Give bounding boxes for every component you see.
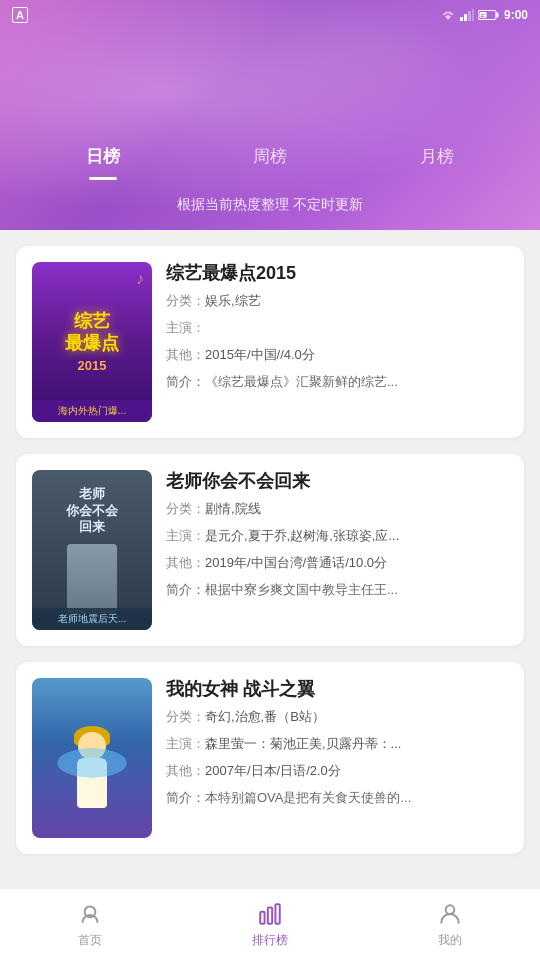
card-other-2: 其他：2019年/中国台湾/普通话/10.0分: [166, 553, 508, 574]
category-value-3: 奇幻,治愈,番（B站）: [205, 709, 325, 724]
cast-value-3: 森里萤一：菊池正美,贝露丹蒂：...: [205, 736, 401, 751]
thumb-year-1: 2015: [78, 358, 107, 373]
card-category-2: 分类：剧情,院线: [166, 499, 508, 520]
cast-label-2: 主演：: [166, 528, 205, 543]
wifi-icon: [440, 9, 456, 21]
card-category-1: 分类：娱乐,综艺: [166, 291, 508, 312]
category-label-3: 分类：: [166, 709, 205, 724]
other-value-1: 2015年/中国//4.0分: [205, 347, 315, 362]
battery-icon: F: [478, 9, 500, 21]
content-area: ♪ 综艺最爆点 2015 海内外热门爆... 综艺最爆点2015 分类：娱乐,综…: [0, 230, 540, 950]
nav-item-home[interactable]: 首页: [0, 889, 180, 960]
svg-rect-10: [268, 908, 272, 924]
time-display: 9:00: [504, 8, 528, 22]
card-title-1: 综艺最爆点2015: [166, 262, 508, 285]
desc-label-2: 简介：: [166, 582, 205, 597]
nav-label-ranking: 排行榜: [252, 932, 288, 949]
card-cast-2: 主演：是元介,夏于乔,赵树海,张琼姿,应...: [166, 526, 508, 547]
card-info-2: 老师你会不会回来 分类：剧情,院线 主演：是元介,夏于乔,赵树海,张琼姿,应..…: [166, 470, 508, 630]
cast-value-2: 是元介,夏于乔,赵树海,张琼姿,应...: [205, 528, 399, 543]
card-desc-3: 简介：本特别篇OVA是把有关食天使兽的...: [166, 788, 508, 808]
svg-text:F: F: [481, 13, 486, 20]
desc-label-1: 简介：: [166, 374, 205, 389]
nav-item-ranking[interactable]: 排行榜: [180, 889, 360, 960]
other-label-3: 其他：: [166, 763, 205, 778]
svg-rect-0: [460, 17, 463, 21]
category-value-1: 娱乐,综艺: [205, 293, 261, 308]
category-value-2: 剧情,院线: [205, 501, 261, 516]
other-label-2: 其他：: [166, 555, 205, 570]
card-category-3: 分类：奇幻,治愈,番（B站）: [166, 707, 508, 728]
svg-rect-3: [472, 9, 474, 21]
category-label-2: 分类：: [166, 501, 205, 516]
deco-icon: ♪: [136, 270, 144, 288]
thumbnail-3: [32, 678, 152, 838]
cast-label-1: 主演：: [166, 320, 205, 335]
subtitle-text: 根据当前热度整理 不定时更新: [177, 196, 363, 214]
thumbnail-1: ♪ 综艺最爆点 2015 海内外热门爆...: [32, 262, 152, 422]
header-banner: 日榜 周榜 月榜 根据当前热度整理 不定时更新: [0, 0, 540, 230]
app-icon: A: [12, 8, 28, 22]
card-cast-3: 主演：森里萤一：菊池正美,贝露丹蒂：...: [166, 734, 508, 755]
signal-icon: [460, 9, 474, 21]
card-desc-2: 简介：根据中寮乡爽文国中教导主任王...: [166, 580, 508, 600]
svg-rect-11: [275, 904, 279, 924]
card-desc-1: 简介：《综艺最爆点》汇聚新鲜的综艺...: [166, 372, 508, 392]
other-value-3: 2007年/日本/日语/2.0分: [205, 763, 341, 778]
ranking-icon: [256, 900, 284, 928]
svg-rect-1: [464, 14, 467, 21]
other-label-1: 其他：: [166, 347, 205, 362]
category-label-1: 分类：: [166, 293, 205, 308]
tab-bar: 日榜 周榜 月榜: [0, 137, 540, 176]
desc-label-3: 简介：: [166, 790, 205, 805]
card-other-3: 其他：2007年/日本/日语/2.0分: [166, 761, 508, 782]
thumb-note-2: 老师地震后夭...: [32, 608, 152, 630]
svg-rect-5: [496, 13, 498, 18]
card-cast-1: 主演：: [166, 318, 508, 339]
thumbnail-2: 老师你会不会回来 老师地震后夭...: [32, 470, 152, 630]
tab-weekly[interactable]: 周榜: [187, 137, 354, 176]
thumb-note-1: 海内外热门爆...: [32, 400, 152, 422]
bottom-nav: 首页 排行榜 我的: [0, 888, 540, 960]
list-item[interactable]: ♪ 综艺最爆点 2015 海内外热门爆... 综艺最爆点2015 分类：娱乐,综…: [16, 246, 524, 438]
desc-value-3: 本特别篇OVA是把有关食天使兽的...: [205, 790, 411, 805]
nav-label-home: 首页: [78, 932, 102, 949]
thumb-person-2: [67, 544, 117, 614]
list-item[interactable]: 我的女神 战斗之翼 分类：奇幻,治愈,番（B站） 主演：森里萤一：菊池正美,贝露…: [16, 662, 524, 854]
nav-label-mine: 我的: [438, 932, 462, 949]
tab-daily[interactable]: 日榜: [20, 137, 187, 176]
list-item[interactable]: 老师你会不会回来 老师地震后夭... 老师你会不会回来 分类：剧情,院线 主演：…: [16, 454, 524, 646]
svg-rect-9: [260, 912, 264, 924]
desc-value-1: 《综艺最爆点》汇聚新鲜的综艺...: [205, 374, 398, 389]
card-title-2: 老师你会不会回来: [166, 470, 508, 493]
person-icon: [436, 900, 464, 928]
other-value-2: 2019年/中国台湾/普通话/10.0分: [205, 555, 387, 570]
svg-rect-2: [468, 11, 471, 21]
status-bar: A F 9:00: [0, 0, 540, 30]
card-title-3: 我的女神 战斗之翼: [166, 678, 508, 701]
status-right: F 9:00: [440, 8, 528, 22]
card-info-3: 我的女神 战斗之翼 分类：奇幻,治愈,番（B站） 主演：森里萤一：菊池正美,贝露…: [166, 678, 508, 838]
card-other-1: 其他：2015年/中国//4.0分: [166, 345, 508, 366]
card-info-1: 综艺最爆点2015 分类：娱乐,综艺 主演： 其他：2015年/中国//4.0分…: [166, 262, 508, 422]
tab-monthly[interactable]: 月榜: [353, 137, 520, 176]
nav-item-mine[interactable]: 我的: [360, 889, 540, 960]
desc-value-2: 根据中寮乡爽文国中教导主任王...: [205, 582, 398, 597]
thumb-title-1: 综艺最爆点: [65, 311, 119, 354]
cast-label-3: 主演：: [166, 736, 205, 751]
thumb-title-2: 老师你会不会回来: [66, 486, 118, 537]
home-icon: [76, 900, 104, 928]
figure-wings: [57, 748, 127, 778]
